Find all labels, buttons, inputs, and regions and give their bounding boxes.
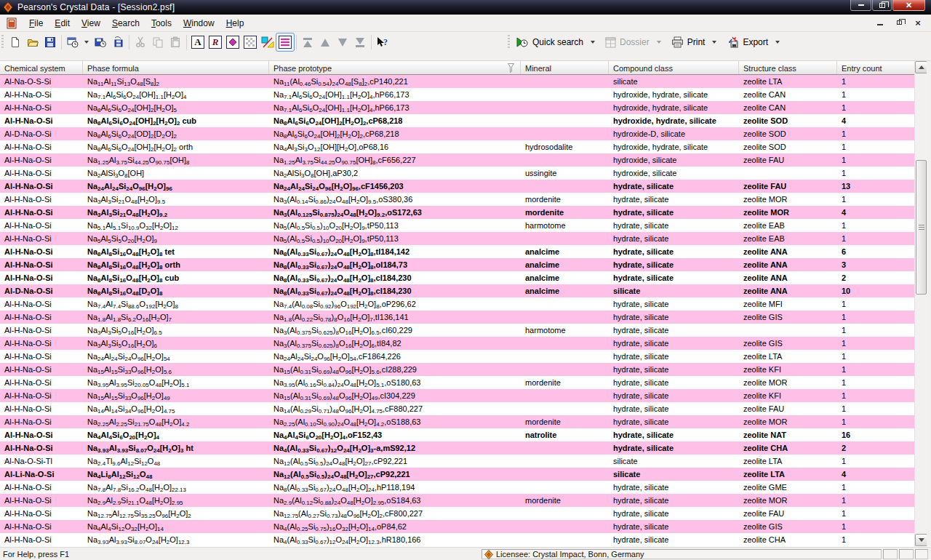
table-row[interactable]: Al-H-Na-O-SiNa5Al5Si5O20[H2O]9Na5(Al0.5S… bbox=[0, 232, 914, 245]
menu-file[interactable]: File bbox=[23, 16, 49, 31]
quick-search-dropdown-caret[interactable] bbox=[591, 41, 595, 44]
scrollbar-up-button[interactable] bbox=[915, 61, 927, 73]
table-row[interactable]: Al-H-Na-O-SiNa3.95Al3.95Si20.05O48[H2O]5… bbox=[0, 376, 914, 389]
table-row[interactable]: Al-H-Na-O-SiNa3.93Al3.93Si8.07O24[H2O]3 … bbox=[0, 441, 914, 455]
close-button[interactable]: ✕ bbox=[892, 0, 925, 11]
save-search-button[interactable] bbox=[92, 33, 109, 51]
vertical-scrollbar[interactable] bbox=[914, 61, 927, 546]
menu-bar: File Edit View Search Tools Window Help … bbox=[0, 15, 931, 32]
menu-edit[interactable]: Edit bbox=[49, 16, 76, 31]
context-help-button[interactable]: ? bbox=[374, 33, 391, 51]
cut-button[interactable] bbox=[132, 33, 149, 51]
menu-help[interactable]: Help bbox=[220, 16, 250, 31]
table-row[interactable]: Al-H-Na-O-SiNa15Al15Si33O96[H2O]49Na15(A… bbox=[0, 389, 914, 402]
table-row[interactable]: Al-Na-O-S-SiNa11Al11Si13O48[S8]2Na11(Al0… bbox=[0, 75, 914, 88]
column-header-structure-class[interactable]: Structure class bbox=[739, 61, 837, 74]
paste-button[interactable] bbox=[167, 33, 184, 51]
scrollbar-down-button[interactable] bbox=[915, 534, 927, 546]
cell-chemical-system: Al-H-Na-O-Si bbox=[0, 193, 83, 206]
table-row[interactable]: Al-H-Na-O-SiNa24Al24Si24O96[H2O]96Na24Al… bbox=[0, 180, 914, 193]
view-structure-button[interactable] bbox=[224, 33, 241, 51]
print-dropdown-caret[interactable] bbox=[712, 41, 716, 44]
table-row[interactable]: Al-H-Na-O-SiNa3Al3Si5O16[H2O]6.5Na3(Al0.… bbox=[0, 324, 914, 337]
table-row[interactable]: Al-H-Na-O-SiNa14Al14Si34O96[H2O]4.75Na14… bbox=[0, 402, 914, 415]
table-row[interactable]: Al-H-Na-O-SiNa3.93Al3.93Si8.07O24[H2O]12… bbox=[0, 533, 914, 546]
column-header-phase-formula[interactable]: Phase formula bbox=[83, 61, 269, 74]
table-row[interactable]: Al-H-Na-O-SiNa5.1Al5.1Si10.9O32[H2O]12Na… bbox=[0, 219, 914, 232]
toolbar-gripper[interactable] bbox=[508, 35, 510, 49]
save-results-button[interactable] bbox=[109, 33, 127, 51]
minimize-button[interactable] bbox=[850, 0, 871, 11]
table-row[interactable]: Al-Na-O-Si-TlNa2.4Tl9.6Al12Si12O48Na12(A… bbox=[0, 455, 914, 468]
table-row[interactable]: Al-H-Na-O-SiNa3Al3Si5O16[H2O]6Na3(Al0.37… bbox=[0, 337, 914, 350]
table-row[interactable]: Al-H-Na-O-SiNa8Al8Si16O48[H2O]8 orthNa8(… bbox=[0, 258, 914, 271]
table-row[interactable]: Al-H-Na-O-SiNa4Al4Si12O32[H2O]14Na4(Al0.… bbox=[0, 520, 914, 533]
dossier-dropdown-caret[interactable] bbox=[657, 41, 661, 44]
table-row[interactable]: Al-H-Na-O-SiNa7.4Al7.4Si88.6O192[H2O]8Na… bbox=[0, 297, 914, 311]
print-button[interactable]: Print bbox=[668, 35, 708, 49]
go-first-button[interactable] bbox=[299, 33, 316, 51]
cell-mineral bbox=[521, 153, 609, 167]
cell-chemical-system: Al-Na-O-Si-Tl bbox=[0, 455, 83, 468]
table-row[interactable]: Al-H-Na-O-SiNa3Al3Si21O48[H2O]9.5Na3(Al0… bbox=[0, 193, 914, 206]
table-row[interactable]: Al-H-Na-O-SiNa12.75Al12.75Si35.25O96[H2O… bbox=[0, 507, 914, 520]
table-row[interactable]: Al-H-Na-O-SiNa1.25Al3.75Si44.25O90.75[OH… bbox=[0, 153, 914, 167]
restore-search-dropdown-caret[interactable] bbox=[84, 41, 89, 44]
table-row[interactable]: Al-H-Na-O-SiNa24Al24Si24O96[H2O]54Na24Al… bbox=[0, 350, 914, 363]
filter-funnel-icon[interactable] bbox=[508, 63, 514, 73]
menu-tools[interactable]: Tools bbox=[145, 16, 177, 31]
table-row[interactable]: Al-H-Na-O-SiNa2AlSi3O8[OH]Na2AlSi3O8[OH]… bbox=[0, 167, 914, 180]
save-button[interactable] bbox=[41, 33, 59, 51]
table-row[interactable]: Al-H-Na-O-SiNa7.1Al6Si6O24[OH]1.1[H2O]4N… bbox=[0, 88, 914, 101]
toolbar-gripper[interactable] bbox=[1, 35, 4, 49]
cell-entry-count: 2 bbox=[837, 441, 914, 455]
restore-button[interactable] bbox=[872, 0, 892, 11]
quick-search-button[interactable]: Quick search bbox=[513, 35, 586, 49]
column-header-phase-prototype[interactable]: Phase prototype bbox=[269, 61, 521, 74]
go-next-button[interactable] bbox=[334, 33, 351, 51]
table-row[interactable]: Al-H-Na-O-SiNa8Al8Si16O48[H2O]8 tetNa8(A… bbox=[0, 245, 914, 258]
table-row[interactable]: Al-H-Na-O-SiNa8Al6Si6O24[OH]2[H2O]5Na7.1… bbox=[0, 101, 914, 114]
table-row[interactable]: Al-H-Na-O-SiNa7.8Al7.8Si16.2O48[H2O]22.1… bbox=[0, 481, 914, 494]
view-list-button[interactable] bbox=[276, 33, 294, 51]
table-row[interactable]: Al-H-Na-O-SiNa1.8Al1.8Si6.2O16[H2O]7Na1.… bbox=[0, 311, 914, 324]
table-row[interactable]: Al-H-Na-O-SiNa2.25Al2.25Si21.75O48[H2O]4… bbox=[0, 415, 914, 428]
table-row[interactable]: Al-D-Na-O-SiNa8Al8Si16O48[D2O]8Na8(Al0.3… bbox=[0, 284, 914, 297]
cell-phase-formula: Na3.93Al3.93Si8.07O24[H2O]3 ht bbox=[83, 441, 269, 455]
column-header-compound-class[interactable]: Compound class bbox=[609, 61, 739, 74]
table-row[interactable]: Al-H-Na-O-SiNa8Al6Si6O24[OH]2[H2O]2 orth… bbox=[0, 140, 914, 153]
open-button[interactable] bbox=[24, 33, 41, 51]
menu-search[interactable]: Search bbox=[106, 16, 145, 31]
table-row[interactable]: Al-Li-Na-O-SiNa4Li8Al12Si12O48Na12(Al0.5… bbox=[0, 468, 914, 481]
table-row[interactable]: Al-H-Na-O-SiNa8Al6Si6O24[OH]2[H2O]2 cubN… bbox=[0, 114, 914, 127]
mdi-document-icon[interactable] bbox=[6, 17, 17, 29]
table-row[interactable]: Al-H-Na-O-SiNa2.9Al2.9Si21.1O48[H2O]2.95… bbox=[0, 494, 914, 507]
export-button[interactable]: Export bbox=[724, 35, 771, 49]
table-row[interactable]: Al-D-Na-O-SiNa8Al6Si6O24[OD]2[D2O]2Na8Al… bbox=[0, 127, 914, 140]
table-row[interactable]: Al-H-Na-O-SiNa15Al15Si33O96[H2O]5.6Na15(… bbox=[0, 363, 914, 376]
view-diagram-button[interactable] bbox=[259, 33, 276, 51]
mdi-close-button[interactable]: × bbox=[912, 17, 924, 28]
copy-button[interactable] bbox=[149, 33, 167, 51]
table-row[interactable]: Al-H-Na-O-SiNa4Al4Si6O20[H2O]4Na4Al4Si6O… bbox=[0, 428, 914, 441]
table-row[interactable]: Al-H-Na-O-SiNa8Al8Si16O48[H2O]8 cubNa8(A… bbox=[0, 271, 914, 284]
cell-compound-class: hydroxide, silicate bbox=[609, 153, 739, 167]
export-dropdown-caret[interactable] bbox=[775, 41, 780, 44]
view-references-button[interactable]: R bbox=[207, 33, 224, 51]
go-last-button[interactable] bbox=[351, 33, 369, 51]
restore-search-button[interactable] bbox=[64, 33, 81, 51]
mdi-minimize-button[interactable] bbox=[874, 17, 886, 28]
view-pattern-button[interactable] bbox=[241, 33, 259, 51]
column-header-mineral[interactable]: Mineral bbox=[521, 61, 609, 74]
table-row[interactable]: Al-H-Na-O-SiNa3Al3Si21O48[H2O]9.2Na3(Al0… bbox=[0, 206, 914, 219]
menu-window[interactable]: Window bbox=[177, 16, 220, 31]
mdi-restore-button[interactable] bbox=[893, 17, 905, 28]
new-document-button[interactable] bbox=[7, 33, 24, 51]
menu-view[interactable]: View bbox=[76, 16, 106, 31]
column-header-entry-count[interactable]: Entry count bbox=[837, 61, 914, 74]
view-text-button[interactable]: A bbox=[189, 33, 207, 51]
column-header-chemical-system[interactable]: Chemical system bbox=[0, 61, 83, 74]
go-previous-button[interactable] bbox=[316, 33, 334, 51]
dossier-button[interactable]: Dossier bbox=[602, 36, 652, 49]
scrollbar-thumb[interactable] bbox=[916, 160, 927, 295]
